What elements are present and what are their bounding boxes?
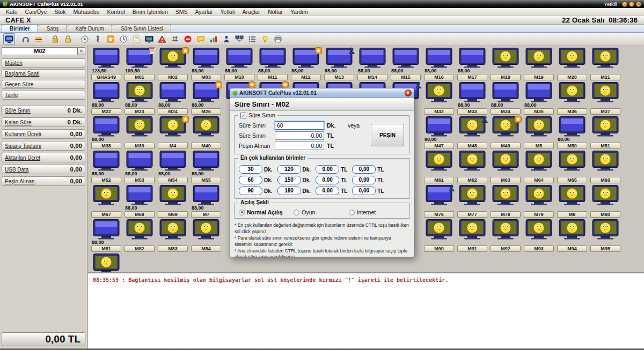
unit-cell[interactable] (90, 253, 122, 272)
sidebar-field-ge-en-s-re[interactable]: Geçen Süre (2, 80, 85, 89)
unit-m67[interactable]: M67 (90, 184, 122, 218)
unit-m16[interactable]: 88,00M16 (423, 47, 455, 80)
unit-m17[interactable]: 88,00M17 (456, 47, 488, 80)
menu-item-ayarlar[interactable]: Ayarlar (191, 9, 216, 15)
unit-m53[interactable]: 88,00M53 (123, 150, 156, 183)
unit-m7[interactable]: 88,00M7 (190, 184, 222, 218)
unit-m82[interactable]: M82 (123, 219, 156, 252)
menu-item-sms[interactable]: SMS (172, 9, 192, 15)
unit-m61[interactable]: M61 (423, 150, 455, 183)
no-entry-button[interactable] (182, 33, 194, 45)
tab-birimler[interactable]: Birimler (2, 25, 38, 32)
unit-m91[interactable]: M91 (456, 219, 488, 252)
unit-m90[interactable]: M90 (423, 219, 455, 252)
unit-m80[interactable]: M80 (589, 184, 621, 218)
unit-m49[interactable]: M49 (489, 116, 522, 149)
sidebar-row-s-re-s-n-r[interactable]: Süre Sınırı0 Dk. (2, 106, 85, 115)
radio-oyun[interactable]: Oyun (294, 209, 348, 215)
quick-value-button[interactable]: 60 (239, 176, 262, 184)
unit-m69[interactable]: M69 (157, 184, 189, 218)
menu-item-yard-m[interactable]: Yardım (287, 9, 312, 15)
chat-button[interactable] (195, 33, 207, 45)
unit-m63[interactable]: M63 (489, 150, 522, 183)
menu-item-notlar[interactable]: Notlar (264, 9, 287, 15)
sure-siniri-checkbox[interactable]: ✓ Süre Sınırı (238, 112, 277, 118)
quick-value-button[interactable]: 90 (239, 187, 262, 195)
sidebar-row-kullan-m-creti[interactable]: Kullanım Ücreti0,00 (2, 129, 85, 139)
unit-m18[interactable]: M18 (489, 47, 522, 80)
users-button[interactable] (169, 33, 181, 45)
lock-button[interactable] (49, 33, 61, 45)
minimize-button[interactable]: – (622, 2, 627, 7)
menu-item-yetkili[interactable]: Yetkili (217, 9, 239, 15)
food-button[interactable] (33, 33, 45, 45)
menu-item-cari-ye[interactable]: Cari/Üye (21, 9, 51, 15)
radio-internet[interactable]: Internet (349, 209, 404, 215)
menu-item-ara-lar[interactable]: Araçlar (239, 9, 264, 15)
pesin-button[interactable]: PEŞİN (371, 124, 404, 146)
unit-m38[interactable]: 88,00M38 (90, 116, 122, 149)
unit-m36[interactable]: M36 (556, 81, 588, 115)
quick-value-button[interactable]: 180 (277, 187, 301, 195)
unit-m35[interactable]: 88,00M35 (523, 81, 555, 115)
unit-m79[interactable]: M79 (523, 184, 555, 218)
dialog-title-bar[interactable]: AKINSOFT CafePlus v12.01.01 × (230, 88, 414, 98)
menu-item-muhasebe[interactable]: Muhasebe (69, 9, 103, 15)
unit-m40[interactable]: M40 (190, 116, 222, 149)
unit-m11[interactable]: 88,00M11 (257, 47, 289, 80)
unit-m5[interactable]: M5 (523, 116, 555, 149)
sidebar-row-kalan-s-re[interactable]: Kalan Süre0 Dk. (2, 117, 85, 127)
unit-m19[interactable]: M19 (523, 47, 555, 80)
unit-m14[interactable]: 88,00M14 (356, 47, 389, 80)
quick-value-button[interactable]: 150 (277, 176, 301, 184)
unit-m24[interactable]: 88,00M24 (157, 81, 189, 115)
quick-value-button[interactable]: 0,00 (352, 187, 376, 195)
unit-m81[interactable]: 88,00M81 (90, 219, 122, 252)
quick-value-button[interactable]: 0,00 (316, 187, 339, 195)
warning-button[interactable] (156, 33, 168, 45)
unit-m94[interactable]: M94 (556, 219, 588, 252)
unit-m92[interactable]: M92 (489, 219, 522, 252)
quick-value-button[interactable]: 120 (277, 165, 301, 174)
unit-m4[interactable]: M4 (157, 116, 189, 149)
quick-value-button[interactable]: 30 (239, 165, 262, 174)
unit-m47[interactable]: 88,00M47 (423, 116, 455, 149)
unit-m13[interactable]: 88,00M13 (323, 47, 355, 80)
unit-m10[interactable]: 88,00M10 (223, 47, 255, 80)
sure-siniri-dk-input[interactable] (275, 121, 324, 130)
tab-sat[interactable]: Satış (39, 25, 67, 32)
unit-m33[interactable]: 88,00M33 (456, 81, 488, 115)
tab-s-re-s-n-r-listesi[interactable]: Süre Sınırı Listesi (113, 25, 171, 32)
unit-m83[interactable]: M83 (157, 219, 189, 252)
note-button[interactable] (130, 33, 142, 45)
unit-m15[interactable]: 88,00M15 (390, 47, 422, 80)
unit-m77[interactable]: M77 (456, 184, 488, 218)
unit-m20[interactable]: M20 (556, 47, 588, 80)
sidebar-row-pe-in-al-nan[interactable]: Peşin Alınan0,00 (2, 176, 85, 186)
unit-m21[interactable]: M21 (589, 47, 621, 80)
unit-m62[interactable]: M62 (456, 150, 488, 183)
unit-m78[interactable]: M78 (489, 184, 522, 218)
unit-m84[interactable]: M84 (190, 219, 222, 252)
unit-m95[interactable]: M95 (589, 219, 621, 252)
menu-item-kafe[interactable]: Kafe (2, 9, 21, 15)
unit-m93[interactable]: M93 (523, 219, 555, 252)
unit-m64[interactable]: M64 (523, 150, 555, 183)
unit-ghas49[interactable]: 123,50GHAS49 (90, 47, 122, 80)
walker-button[interactable] (92, 33, 104, 45)
unlock-button[interactable] (62, 33, 74, 45)
unit-m8[interactable]: M8 (556, 184, 588, 218)
network-button[interactable] (233, 33, 245, 45)
unit-m12[interactable]: 88,00M12 (290, 47, 322, 80)
unit-m48[interactable]: M48 (456, 116, 488, 149)
unit-monitor-button[interactable] (3, 33, 15, 45)
selected-unit-label[interactable]: M02 (2, 47, 78, 55)
sidebar-field-ba-lama-saati[interactable]: Başlama Saati (2, 69, 85, 78)
customer-button[interactable] (221, 33, 232, 45)
menu-item-stok[interactable]: Stok (50, 9, 69, 15)
unit-m37[interactable]: M37 (589, 81, 621, 115)
clock-button[interactable] (118, 33, 129, 45)
timer-button[interactable] (79, 33, 91, 45)
unit-m32[interactable]: M32 (423, 81, 455, 115)
maximize-button[interactable]: □ (629, 2, 634, 7)
